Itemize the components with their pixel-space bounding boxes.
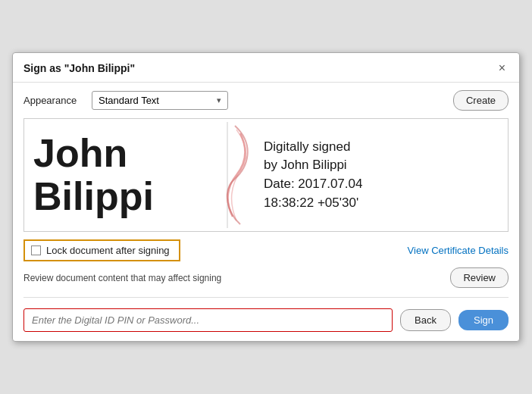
sig-swoosh-area [199,118,259,232]
sig-name-line1: John [33,132,192,175]
sig-info-line4: 18:38:22 +05'30' [264,194,499,213]
appearance-select[interactable]: Standard Text ▾ [92,91,228,110]
view-certificate-link[interactable]: View Certificate Details [408,245,509,256]
review-button[interactable]: Review [450,267,509,288]
signature-name: John Bilippi [24,124,199,226]
signature-info: Digitally signed by John Bilippi Date: 2… [259,130,508,220]
sign-dialog: Sign as "John Bilippi" × Appearance Stan… [12,52,520,342]
review-text: Review document content that may affect … [23,273,221,283]
signature-preview: John Bilippi Digitally signed by John Bi… [23,118,509,232]
sig-info-line3: Date: 2017.07.04 [264,175,499,194]
lock-label: Lock document after signing [46,245,170,256]
chevron-down-icon: ▾ [217,95,221,105]
sign-button[interactable]: Sign [458,310,509,330]
lock-row: Lock document after signing View Certifi… [13,232,519,264]
sig-info-line1: Digitally signed [264,138,499,157]
dialog-title: Sign as "John Bilippi" [23,62,135,74]
lock-checkbox-area[interactable]: Lock document after signing [23,239,180,261]
lock-checkbox[interactable] [31,245,41,255]
bottom-row: Back Sign [13,302,519,341]
appearance-label: Appearance [23,95,84,106]
create-button[interactable]: Create [453,90,509,111]
divider [23,297,509,298]
sig-swoosh-icon [199,118,259,232]
appearance-select-value: Standard Text [99,95,159,106]
appearance-row: Appearance Standard Text ▾ Create [13,83,519,118]
back-button[interactable]: Back [400,309,451,331]
pin-password-input[interactable] [23,308,393,332]
review-row: Review document content that may affect … [13,264,519,292]
sig-info-line2: by John Bilippi [264,156,499,175]
title-bar: Sign as "John Bilippi" × [13,53,519,83]
sig-name-line2: Bilippi [33,175,192,218]
close-button[interactable]: × [496,61,509,76]
